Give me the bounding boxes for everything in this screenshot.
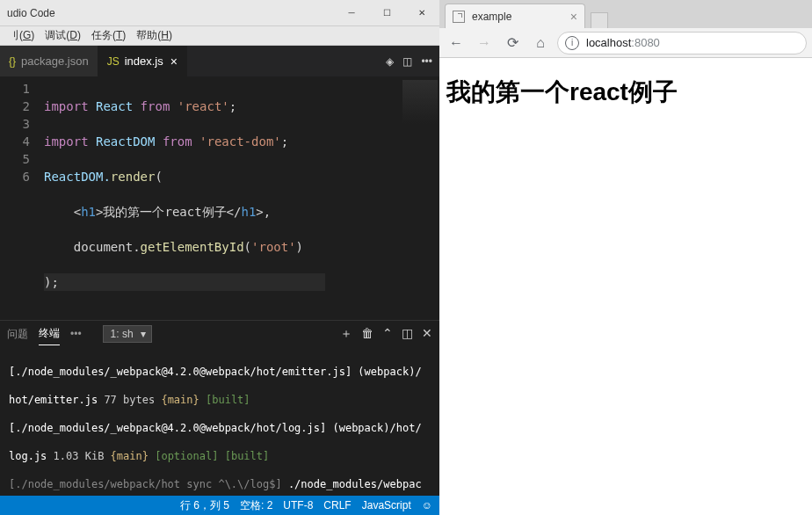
editor-tabbar: {} package.json JS index.js × ◈ ◫ ••• (0, 46, 439, 76)
page-icon (453, 11, 465, 23)
chrome-top: example × ← → ⟳ ⌂ i localhost:8080 (439, 0, 812, 58)
code-area[interactable]: import React from 'react'; import ReactD… (44, 76, 439, 320)
maximize-panel-icon[interactable]: ⌃ (382, 326, 393, 342)
tab-label: package.json (21, 54, 89, 68)
statusbar: 行 6，列 5 空格: 2 UTF-8 CRLF JavaScript ☺ (0, 496, 439, 515)
tabbar-actions: ◈ ◫ ••• (386, 55, 439, 68)
menu-item-help[interactable]: 帮助(H) (131, 28, 178, 43)
minimap[interactable] (402, 80, 438, 124)
browser-window: example × ← → ⟳ ⌂ i localhost:8080 我的第一个… (439, 0, 812, 515)
back-button[interactable]: ← (445, 32, 468, 54)
more-icon[interactable]: ••• (421, 55, 432, 68)
status-language[interactable]: JavaScript (362, 499, 411, 511)
menu-item-g[interactable]: 刂(G) (4, 28, 40, 43)
maximize-button[interactable]: ☐ (369, 0, 404, 26)
panel-tab-more[interactable]: ••• (70, 328, 82, 340)
new-tab-button[interactable] (591, 12, 608, 28)
tab-package-json[interactable]: {} package.json (0, 46, 98, 76)
panel-actions: ＋ 🗑 ⌃ ◫ ✕ (340, 326, 432, 342)
kill-terminal-icon[interactable]: 🗑 (361, 326, 373, 342)
site-info-icon[interactable]: i (565, 36, 579, 50)
home-button[interactable]: ⌂ (529, 32, 552, 54)
forward-button[interactable]: → (473, 32, 496, 54)
url-host: localhost (586, 36, 631, 49)
page-heading: 我的第一个react例子 (446, 76, 805, 109)
compare-icon[interactable]: ◈ (386, 55, 394, 68)
terminal-output[interactable]: [./node_modules/_webpack@4.2.0@webpack/h… (0, 347, 439, 496)
status-encoding[interactable]: UTF-8 (283, 499, 313, 511)
browser-toolbar: ← → ⟳ ⌂ i localhost:8080 (439, 28, 812, 58)
new-terminal-icon[interactable]: ＋ (340, 326, 352, 342)
tab-close-icon[interactable]: × (170, 54, 178, 69)
tabstrip: example × (439, 0, 812, 28)
editor[interactable]: 1 2 3 4 5 6 import React from 'react'; i… (0, 76, 439, 320)
panel-tabs: 问题 终端 ••• 1: sh ＋ 🗑 ⌃ ◫ ✕ (0, 321, 439, 347)
panel: 问题 终端 ••• 1: sh ＋ 🗑 ⌃ ◫ ✕ [./node_module… (0, 320, 439, 496)
status-lncol[interactable]: 行 6，列 5 (180, 498, 229, 513)
browser-tab[interactable]: example × (445, 4, 585, 28)
feedback-icon[interactable]: ☺ (422, 499, 432, 511)
vscode-window: udio Code ─ ☐ ✕ 刂(G) 调试(D) 任务(T) 帮助(H) {… (0, 0, 439, 515)
tab-label: index.js (125, 54, 163, 68)
panel-tab-problems[interactable]: 问题 (7, 323, 28, 345)
address-bar[interactable]: i localhost:8080 (557, 32, 807, 54)
menu-item-debug[interactable]: 调试(D) (40, 28, 86, 43)
menu-item-tasks[interactable]: 任务(T) (86, 28, 131, 43)
reload-button[interactable]: ⟳ (501, 32, 524, 54)
json-icon: {} (9, 55, 16, 68)
titlebar: udio Code ─ ☐ ✕ (0, 0, 439, 26)
terminal-selector[interactable]: 1: sh (103, 325, 152, 343)
split-terminal-icon[interactable]: ◫ (402, 326, 413, 342)
split-editor-icon[interactable]: ◫ (402, 55, 412, 68)
panel-tab-terminal[interactable]: 终端 (39, 323, 60, 345)
page-content: 我的第一个react例子 (439, 58, 812, 515)
window-title: udio Code (7, 7, 334, 19)
tab-index-js[interactable]: JS index.js × (98, 46, 187, 76)
close-panel-icon[interactable]: ✕ (422, 326, 432, 342)
menubar: 刂(G) 调试(D) 任务(T) 帮助(H) (0, 26, 439, 46)
browser-tab-title: example (472, 11, 511, 23)
window-controls: ─ ☐ ✕ (334, 0, 439, 26)
minimize-button[interactable]: ─ (334, 0, 369, 26)
close-button[interactable]: ✕ (404, 0, 439, 26)
status-spaces[interactable]: 空格: 2 (240, 498, 272, 513)
js-icon: JS (107, 55, 120, 68)
line-gutter: 1 2 3 4 5 6 (0, 76, 44, 320)
status-eol[interactable]: CRLF (323, 499, 351, 511)
url-port: :8080 (631, 36, 660, 49)
tab-close-icon[interactable]: × (570, 10, 577, 24)
